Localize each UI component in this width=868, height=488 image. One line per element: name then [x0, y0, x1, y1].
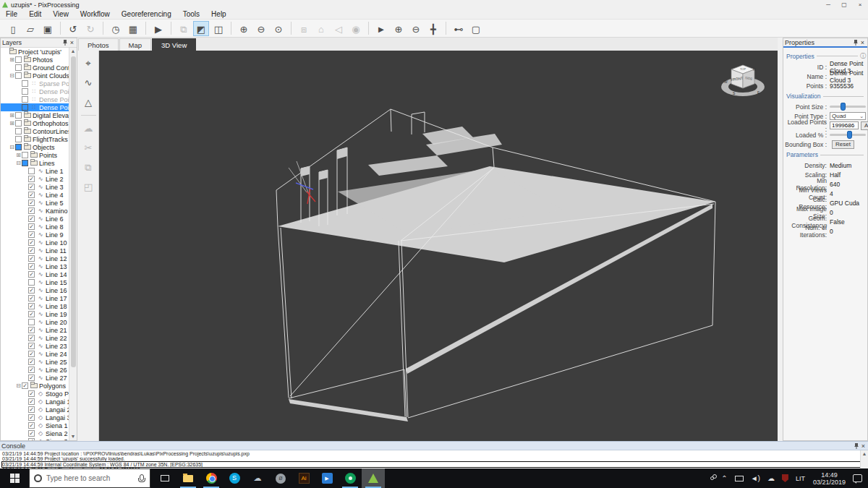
layer-checkbox[interactable]: ✓ [28, 223, 35, 230]
layer-checkbox[interactable] [15, 72, 22, 79]
layer-checkbox[interactable]: ✓ [28, 374, 35, 381]
view-3d-solid-button[interactable]: ◩ [193, 21, 209, 36]
select-points-button[interactable]: ► [373, 21, 389, 36]
history-button[interactable]: ◷ [108, 21, 124, 36]
move-points-button[interactable]: ╋ [425, 21, 441, 36]
antivirus-icon[interactable] [782, 474, 788, 482]
scroll-down-icon[interactable]: ▼ [69, 433, 77, 440]
layer-item[interactable]: ✓∿Line 12 [1, 254, 70, 262]
layer-checkbox[interactable]: ✓ [28, 192, 35, 198]
layer-item[interactable]: ✓∿Line 6 [1, 215, 70, 223]
layer-checkbox[interactable] [28, 319, 35, 325]
layer-checkbox[interactable]: ✓ [28, 255, 35, 262]
task-view-taskbar-icon[interactable] [153, 468, 176, 488]
layer-item[interactable]: ✓∿Line 19 [1, 310, 70, 318]
layer-checkbox[interactable]: ✓ [28, 303, 35, 309]
file-explorer-taskbar-icon[interactable] [176, 468, 200, 488]
start-button[interactable] [0, 468, 29, 488]
expander-icon[interactable]: ⊟ [9, 72, 15, 79]
view-cube[interactable]: TOP FRONT SIDE W S E N [715, 61, 770, 101]
new-project-button[interactable]: ▯ [5, 21, 21, 36]
cube-top-label[interactable]: TOP [740, 67, 746, 71]
layer-item[interactable]: ∷Sparse Point Cloud [1, 80, 70, 87]
layer-checkbox[interactable]: ✓ [28, 335, 35, 341]
layer-item[interactable]: ⊟Point Clouds [1, 72, 70, 80]
tab-photos[interactable]: Photos [78, 38, 119, 51]
layer-checkbox[interactable]: ✓ [28, 176, 35, 182]
layer-item[interactable]: ✓∿Kamino Ilgis [1, 207, 70, 215]
layer-checkbox[interactable]: ✓ [28, 398, 35, 405]
layer-item[interactable]: ✓∿Line 26 [1, 366, 70, 374]
expander-icon[interactable]: ⊞ [9, 112, 15, 119]
remove-points-button[interactable]: ⊖ [408, 21, 424, 36]
layer-item[interactable]: ✓∿Line 5 [1, 199, 70, 207]
onedrive-icon[interactable]: ☁ [767, 474, 775, 482]
layer-checkbox[interactable]: ✓ [28, 327, 35, 333]
menu-workflow[interactable]: Workflow [75, 9, 116, 20]
layer-item[interactable]: ✓∿Line 4 [1, 191, 70, 199]
layer-checkbox[interactable]: ✓ [28, 271, 35, 278]
layer-checkbox[interactable] [15, 144, 22, 150]
clock[interactable]: 14:49 03/21/2019 [813, 471, 846, 486]
layer-checkbox[interactable]: ✓ [22, 382, 28, 389]
maximize-button[interactable]: ▢ [836, 1, 852, 8]
layer-item[interactable]: ✓∿Line 2 [1, 175, 70, 183]
zoom-extents-button[interactable]: ⊙ [271, 21, 286, 36]
loaded-points-input[interactable] [830, 121, 859, 129]
layer-checkbox[interactable]: ✓ [28, 406, 35, 413]
layer-item[interactable]: ⊟Objects [1, 143, 70, 151]
notifications-icon[interactable] [853, 474, 862, 482]
layer-checkbox[interactable]: ✓ [28, 295, 35, 301]
layer-item[interactable]: ∷Dense Point Cloud 1 [1, 87, 70, 95]
layer-checkbox[interactable]: ✓ [28, 367, 35, 373]
layer-checkbox[interactable]: ✓ [28, 390, 35, 397]
console-scrollbar[interactable]: ▲ [860, 450, 868, 468]
layer-item[interactable]: ✓◇Siena 3 [1, 437, 70, 440]
layer-item[interactable]: ✓◇Stogo Plotas [1, 390, 70, 398]
layers-scrollbar[interactable]: ▲ ▼ [69, 48, 77, 440]
layer-item[interactable]: FlightTracks [1, 135, 70, 143]
pin-icon[interactable] [62, 39, 68, 46]
info-icon[interactable]: ⓘ [860, 52, 866, 60]
layer-checkbox[interactable]: ✓ [28, 359, 35, 365]
reset-button[interactable]: Reset [832, 140, 854, 149]
layer-item[interactable]: ⊞Digital Elevation Maps [1, 111, 70, 119]
draw-line-tool-icon[interactable]: ∿ [81, 75, 96, 90]
layer-checkbox[interactable] [22, 96, 28, 103]
layer-item[interactable]: ⊞Points [1, 151, 70, 159]
expander-icon[interactable]: ⊞ [9, 120, 15, 127]
close-panel-icon[interactable]: × [69, 39, 75, 46]
layer-item[interactable]: Project 'uzupis' [1, 48, 70, 56]
save-project-button[interactable]: ▣ [40, 21, 56, 36]
layer-checkbox[interactable]: ✓ [28, 287, 35, 294]
expander-icon[interactable]: ⊟ [15, 382, 22, 389]
paint-3d-taskbar-icon[interactable]: ☁ [246, 468, 269, 488]
point-type-select[interactable]: Quad⌄ [830, 112, 866, 120]
slider-thumb[interactable] [847, 131, 852, 139]
undo-button[interactable]: ↺ [65, 21, 81, 36]
layer-checkbox[interactable]: ✓ [28, 207, 35, 214]
language-indicator[interactable]: LIT [796, 475, 805, 482]
layer-item[interactable]: ✓∿Line 22 [1, 334, 70, 342]
maps-taskbar-icon[interactable] [339, 468, 362, 488]
layer-checkbox[interactable] [15, 112, 22, 119]
slider[interactable] [830, 106, 866, 108]
apply-button[interactable]: Apply [861, 121, 868, 130]
add-points-button[interactable]: ⊕ [391, 21, 407, 36]
layer-item[interactable]: ✓∿Line 10 [1, 239, 70, 247]
layer-item[interactable]: ✓∿Line 27 [1, 374, 70, 382]
show-hidden-icons-chevron[interactable]: ⌃ [721, 474, 727, 482]
taskbar-search[interactable]: Type here to search [29, 468, 150, 488]
layer-item[interactable]: ✓∿Line 17 [1, 294, 70, 302]
layer-item[interactable]: Ground Control Points [1, 64, 70, 72]
layer-item[interactable]: ✓◇Langai 1 [1, 398, 70, 406]
compass-west[interactable]: W [724, 80, 728, 84]
gimp-taskbar-icon[interactable]: ø [269, 468, 292, 488]
scroll-up-icon[interactable]: ▲ [69, 48, 77, 55]
layer-checkbox[interactable] [22, 80, 28, 87]
layer-checkbox[interactable] [15, 120, 22, 127]
people-icon[interactable] [710, 476, 714, 480]
draw-polygon-tool-icon[interactable]: △ [81, 95, 96, 110]
layer-checkbox[interactable] [22, 104, 28, 111]
slider[interactable] [830, 134, 866, 136]
